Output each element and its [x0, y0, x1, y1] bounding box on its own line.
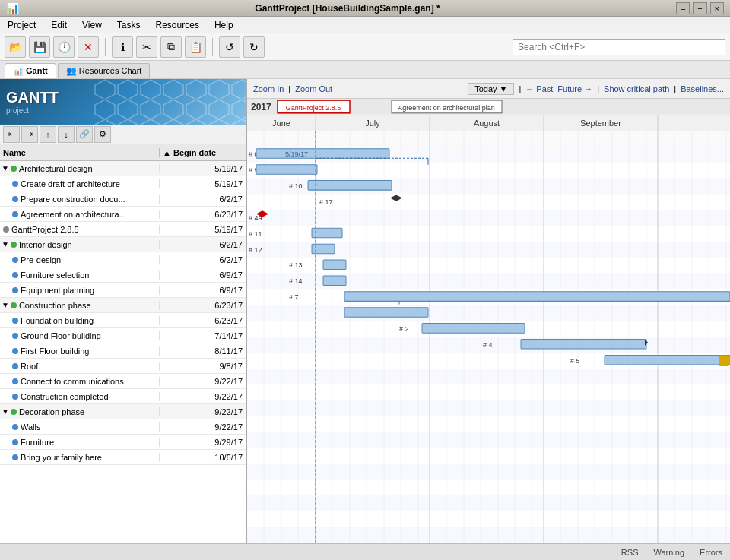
task-row[interactable]: First Floor building 8/11/17 — [0, 343, 246, 359]
toolbar: 📂 💾 🕐 ✕ ℹ ✂ ⧉ 📋 ↺ ↻ — [0, 33, 730, 61]
rss-status[interactable]: RSS — [621, 548, 639, 557]
tab-bar: 📊 Gantt 👥 Resources Chart — [0, 61, 730, 79]
indent-more-button[interactable]: ⇥ — [21, 126, 38, 143]
task-row[interactable]: Ground Floor building 7/14/17 — [0, 328, 246, 343]
cut-button[interactable]: ✂ — [136, 36, 157, 58]
task-name: Foundation building — [21, 316, 94, 325]
future-button[interactable]: Future → — [557, 84, 592, 93]
undo-button[interactable]: ↺ — [219, 36, 240, 58]
zoom-in-button[interactable]: Zoom In — [253, 84, 284, 93]
move-down-button[interactable]: ↓ — [58, 126, 75, 143]
menu-edit[interactable]: Edit — [46, 18, 71, 32]
task-row[interactable]: Connect to communications 9/22/17 — [0, 374, 246, 389]
save-button[interactable]: 💾 — [29, 36, 50, 58]
task-name: Prepare construction docu... — [21, 195, 125, 204]
task-date: 5/19/17 — [160, 164, 246, 173]
task-row[interactable]: ▼ Architectural design 5/19/17 — [0, 161, 246, 176]
task-dot — [12, 424, 18, 430]
svg-rect-88 — [344, 292, 730, 302]
task-name: Construction completed — [21, 392, 109, 401]
svg-rect-72 — [256, 165, 317, 175]
task-row[interactable]: Pre-design 6/2/17 — [0, 252, 246, 267]
expand-icon[interactable]: ▼ — [2, 407, 9, 416]
menu-project[interactable]: Project — [3, 18, 40, 32]
svg-rect-1 — [94, 79, 246, 125]
task-row[interactable]: Foundation building 6/23/17 — [0, 313, 246, 328]
task-date: 6/2/17 — [160, 195, 246, 204]
task-settings-button[interactable]: ⚙ — [94, 126, 111, 143]
move-up-button[interactable]: ↑ — [40, 126, 56, 143]
maximize-button[interactable]: + — [693, 2, 706, 14]
zoom-out-button[interactable]: Zoom Out — [295, 84, 332, 93]
task-row[interactable]: Agreement on architectura... 6/23/17 — [0, 207, 246, 222]
task-date: 5/19/17 — [160, 179, 246, 188]
info-button[interactable]: ℹ — [112, 36, 133, 58]
task-row[interactable]: Furniture selection 6/9/17 — [0, 267, 246, 283]
task-row[interactable]: Walls 9/22/17 — [0, 419, 246, 435]
task-name: Pre-design — [21, 255, 61, 264]
svg-text:August: August — [474, 118, 500, 127]
copy-button[interactable]: ⧉ — [160, 36, 182, 58]
baselines-button[interactable]: Baselines... — [681, 84, 724, 93]
name-column-header: Name — [0, 148, 160, 157]
show-critical-path-button[interactable]: Show critical path — [604, 84, 669, 93]
svg-rect-98 — [605, 355, 730, 365]
task-dot — [12, 272, 18, 278]
svg-text:2017: 2017 — [251, 101, 271, 112]
task-name: Interior design — [19, 240, 72, 249]
minimize-button[interactable]: – — [676, 2, 690, 14]
tab-resources-chart[interactable]: 👥 Resources Chart — [58, 63, 151, 78]
toolbar-separator-1 — [105, 38, 106, 56]
history-button[interactable]: 🕐 — [53, 36, 75, 58]
tab-gantt[interactable]: 📊 Gantt — [5, 63, 56, 78]
expand-icon[interactable]: ▼ — [2, 240, 9, 248]
task-row[interactable]: Equipment planning 6/9/17 — [0, 283, 246, 298]
indent-less-button[interactable]: ⇤ — [3, 126, 20, 143]
past-button[interactable]: ← Past — [525, 84, 553, 93]
menu-resources[interactable]: Resources — [151, 18, 204, 32]
logo-subtext: project — [6, 106, 59, 115]
task-name-cell: Prepare construction docu... — [0, 195, 160, 204]
task-name-cell: Connect to communications — [0, 377, 160, 386]
task-date: 6/23/17 — [160, 210, 246, 219]
date-column-header: ▲ Begin date — [160, 148, 246, 157]
task-name-cell: Furniture selection — [0, 271, 160, 280]
paste-button[interactable]: 📋 — [185, 36, 206, 58]
task-row[interactable]: Construction completed 9/22/17 — [0, 389, 246, 404]
task-row[interactable]: Furniture 9/29/17 — [0, 435, 246, 450]
task-row[interactable]: ▼ Construction phase 6/23/17 — [0, 298, 246, 313]
redo-button[interactable]: ↻ — [243, 36, 265, 58]
task-date: 9/22/17 — [160, 422, 246, 432]
menu-tasks[interactable]: Tasks — [113, 18, 145, 32]
delete-button[interactable]: ✕ — [78, 36, 99, 58]
open-button[interactable]: 📂 — [5, 36, 26, 58]
menu-view[interactable]: View — [78, 18, 106, 32]
task-row[interactable]: GanttProject 2.8.5 5/19/17 — [0, 222, 246, 237]
close-button[interactable]: × — [710, 2, 724, 14]
task-row[interactable]: ▼ Decoration phase 9/22/17 — [0, 404, 246, 419]
task-row[interactable]: ▼ Interior design 6/2/17 — [0, 237, 246, 252]
task-row[interactable]: Roof 9/8/17 — [0, 359, 246, 374]
svg-text:# 7: # 7 — [289, 293, 298, 301]
expand-icon[interactable]: ▼ — [2, 301, 9, 309]
task-row[interactable]: Prepare construction docu... 6/2/17 — [0, 191, 246, 207]
task-name-cell: ▼ Decoration phase — [0, 407, 160, 416]
svg-text:# 12: # 12 — [249, 245, 262, 253]
errors-status[interactable]: Errors — [700, 548, 722, 557]
warning-status[interactable]: Warning — [653, 548, 684, 557]
today-label: Today — [474, 84, 497, 93]
svg-text:# 11: # 11 — [249, 230, 262, 238]
gantt-chart[interactable]: 2017 GanttProject 2.8.5 Agreement on arc… — [247, 99, 730, 543]
task-dot — [12, 196, 18, 202]
task-row[interactable]: Bring your family here 10/6/17 — [0, 450, 246, 465]
menu-help[interactable]: Help — [210, 18, 238, 32]
task-date: 7/14/17 — [160, 331, 246, 340]
gantt-tab-label: Gantt — [26, 66, 48, 75]
task-row[interactable]: Create draft of architecture 5/19/17 — [0, 176, 246, 191]
today-button[interactable]: Today ▼ — [468, 83, 514, 95]
link-button[interactable]: 🔗 — [76, 126, 93, 143]
task-name: Equipment planning — [21, 286, 94, 295]
search-input[interactable] — [513, 39, 725, 55]
expand-icon[interactable]: ▼ — [2, 164, 9, 172]
task-list[interactable]: ▼ Architectural design 5/19/17 Create dr… — [0, 161, 246, 543]
